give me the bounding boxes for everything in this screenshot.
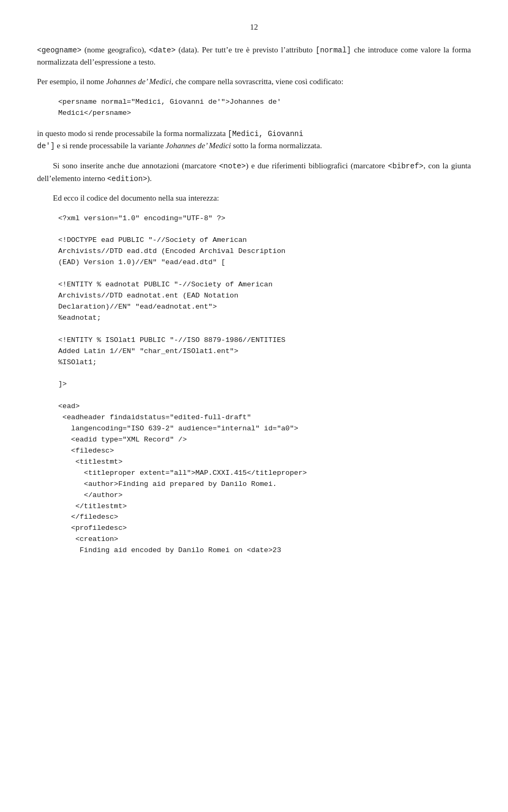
italic-medici-2: Johannes de’ Medici <box>166 141 231 150</box>
code-date: <date> <box>149 46 175 55</box>
code-block-persname: <persname normal="Medici, Giovanni de'">… <box>58 97 471 119</box>
code-block-full-document: <?xml version="1.0" encoding="UTF-8" ?> … <box>58 213 471 557</box>
page-number: 12 <box>37 21 471 33</box>
code-bibref: <bibref> <box>388 162 423 170</box>
code-normal-attr: [normal] <box>315 46 351 55</box>
paragraph-4: Si sono inserite anche due annotazioni (… <box>37 160 471 185</box>
paragraph-1: <geogname> (nome geografico), <date> (da… <box>37 44 471 69</box>
italic-medici-1: Johannes de’ Medici <box>106 77 171 86</box>
paragraph-5: Ed ecco il codice del documento nella su… <box>37 192 471 204</box>
code-note: <note> <box>219 162 246 170</box>
page-number-value: 12 <box>250 23 258 31</box>
paragraph-2: Per esempio, il nome Johannes de’ Medici… <box>37 76 471 88</box>
code-edition: <edition> <box>107 175 147 183</box>
code-geogname: <geogname> <box>37 46 81 55</box>
page-container: 12 <geogname> (nome geografico), <date> … <box>0 0 508 812</box>
paragraph-3: in questo modo si rende processabile la … <box>37 128 471 152</box>
